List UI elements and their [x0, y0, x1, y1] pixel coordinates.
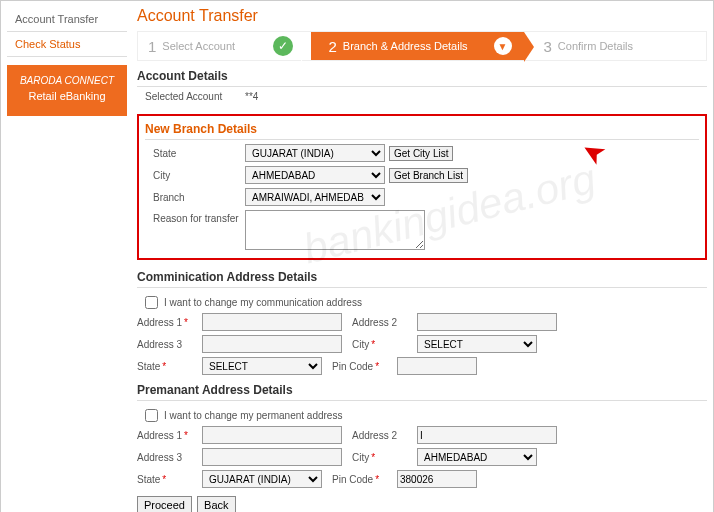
new-branch-highlight: New Branch Details State GUJARAT (INDIA)… [137, 114, 707, 260]
step-1-label: Select Account [162, 40, 235, 52]
comm-change-checkbox[interactable] [145, 296, 158, 309]
chevron-down-icon: ▼ [494, 37, 512, 55]
account-details-heading: Account Details [137, 69, 707, 87]
perm-city-select[interactable]: AHMEDABAD [417, 448, 537, 466]
page-container: Account Transfer Check Status BARODA CON… [0, 0, 714, 512]
comm-state-select[interactable]: SELECT [202, 357, 322, 375]
check-icon: ✓ [273, 36, 293, 56]
brand-bottom: Retail eBanking [11, 90, 123, 102]
step-3-num: 3 [544, 38, 552, 55]
steps-bar: 1 Select Account ✓ 2 Branch & Address De… [137, 31, 707, 61]
selected-account-value: **4 [245, 91, 258, 102]
brand-top: BARODA CONNECT [11, 75, 123, 86]
step-1: 1 Select Account ✓ [138, 36, 311, 56]
new-branch-heading: New Branch Details [145, 122, 699, 140]
perm-a1-label: Address 1* [137, 430, 202, 441]
comm-pin-label: Pin Code* [332, 361, 397, 372]
branch-select[interactable]: AMRAIWADI, AHMEDAB [245, 188, 385, 206]
main-area: ➤ Account Transfer 1 Select Account ✓ 2 … [137, 7, 707, 512]
state-select[interactable]: GUJARAT (INDIA) [245, 144, 385, 162]
perm-a2-label: Address 2 [352, 430, 417, 441]
perm-pin-label: Pin Code* [332, 474, 397, 485]
perm-change-checkbox[interactable] [145, 409, 158, 422]
step-2-label: Branch & Address Details [343, 40, 468, 52]
perm-heading: Premanant Address Details [137, 383, 707, 401]
comm-a2-input[interactable] [417, 313, 557, 331]
brand-box: BARODA CONNECT Retail eBanking [7, 65, 127, 116]
reason-label: Reason for transfer [145, 210, 245, 224]
perm-a1-input[interactable] [202, 426, 342, 444]
reason-textarea[interactable] [245, 210, 425, 250]
comm-a3-input[interactable] [202, 335, 342, 353]
city-select[interactable]: AHMEDABAD [245, 166, 385, 184]
comm-a1-input[interactable] [202, 313, 342, 331]
branch-label: Branch [145, 192, 245, 203]
get-city-button[interactable]: Get City List [389, 146, 453, 161]
city-label: City [145, 170, 245, 181]
perm-pin-input[interactable] [397, 470, 477, 488]
perm-a3-input[interactable] [202, 448, 342, 466]
comm-city-label: City* [352, 339, 417, 350]
comm-state-label: State* [137, 361, 202, 372]
comm-a1-label: Address 1* [137, 317, 202, 328]
step-3: 3 Confirm Details [524, 38, 707, 55]
comm-heading: Comminication Address Details [137, 270, 707, 288]
page-title: Account Transfer [137, 7, 707, 25]
comm-city-select[interactable]: SELECT [417, 335, 537, 353]
get-branch-button[interactable]: Get Branch List [389, 168, 468, 183]
step-2: 2 Branch & Address Details ▼ [311, 32, 524, 60]
comm-a3-label: Address 3 [137, 339, 202, 350]
selected-account-label: Selected Account [137, 91, 237, 102]
back-button[interactable]: Back [197, 496, 235, 512]
step-2-num: 2 [329, 38, 337, 55]
comm-a2-label: Address 2 [352, 317, 417, 328]
comm-pin-input[interactable] [397, 357, 477, 375]
sidebar-link-status[interactable]: Check Status [7, 32, 127, 57]
perm-city-label: City* [352, 452, 417, 463]
perm-a3-label: Address 3 [137, 452, 202, 463]
step-1-num: 1 [148, 38, 156, 55]
proceed-button[interactable]: Proceed [137, 496, 192, 512]
perm-change-label: I want to change my permanent address [164, 410, 342, 421]
perm-state-label: State* [137, 474, 202, 485]
sidebar: Account Transfer Check Status BARODA CON… [7, 7, 127, 512]
state-label: State [145, 148, 245, 159]
perm-a2-input[interactable] [417, 426, 557, 444]
perm-state-select[interactable]: GUJARAT (INDIA) [202, 470, 322, 488]
sidebar-link-transfer[interactable]: Account Transfer [7, 7, 127, 32]
step-3-label: Confirm Details [558, 40, 633, 52]
comm-change-label: I want to change my communication addres… [164, 297, 362, 308]
